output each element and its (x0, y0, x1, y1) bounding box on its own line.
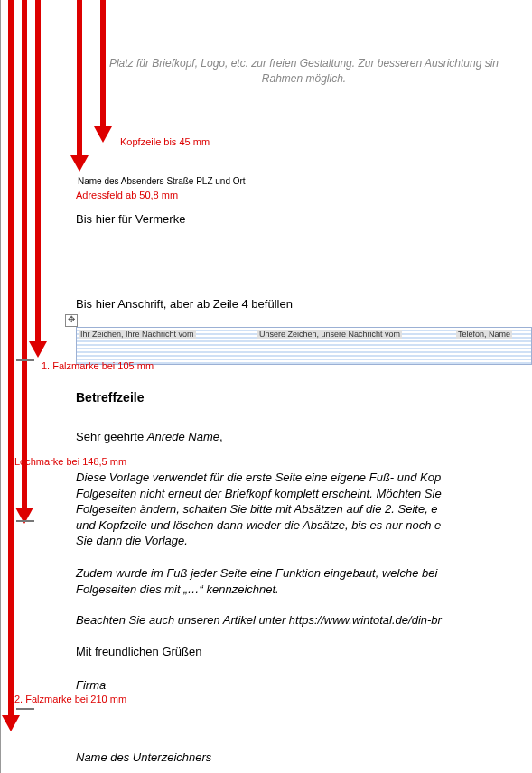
falzmarke-2-tick (16, 708, 34, 710)
header-placeholder: Platz für Briefkopf, Logo, etc. zur frei… (76, 56, 532, 87)
body-p2: Folgeseiten nicht erneut der Briefkopf k… (76, 486, 532, 502)
body-p6: Zudem wurde im Fuß jeder Seite eine Funk… (76, 565, 532, 582)
reference-table[interactable]: Ihr Zeichen, Ihre Nachricht vom Unsere Z… (76, 327, 532, 365)
ref-label-ours: Unsere Zeichen, unsere Nachricht vom (257, 330, 402, 339)
letter-template-page: Platz für Briefkopf, Logo, etc. zur frei… (0, 0, 532, 773)
body-block-3: Beachten Sie auch unseren Artikel unter … (76, 612, 532, 629)
falzmarke-1-tick (16, 359, 34, 361)
sender-line: Name des Absenders Straße PLZ und Ort (78, 176, 246, 186)
arrow-line (22, 0, 27, 508)
closing-line: Mit freundlichen Grüßen (76, 644, 532, 660)
header-line2: Rahmen möglich. (76, 71, 532, 87)
address-line: Bis hier Anschrift, aber ab Zeile 4 befü… (76, 296, 293, 312)
body-p1: Diese Vorlage verwendet für die erste Se… (76, 470, 532, 486)
firma-line: Firma (76, 677, 532, 694)
label-falz1: 1. Falzmarke bei 105 mm (42, 360, 154, 371)
body-p4: und Kopfzeile und löschen dann wieder di… (76, 517, 532, 534)
header-line1: Platz für Briefkopf, Logo, etc. zur frei… (76, 56, 532, 71)
body-p3: Folgeseiten ändern, schalten Sie bitte m… (76, 501, 532, 517)
label-falz2: 2. Falzmarke bei 210 mm (14, 694, 126, 704)
salutation-suffix: , (219, 430, 223, 443)
body-p5: Sie dann die Vorlage. (76, 533, 532, 549)
arrow-head-icon (94, 126, 112, 143)
label-kopfzeile: Kopfzeile bis 45 mm (120, 136, 210, 147)
table-move-handle[interactable]: ✥ (65, 314, 78, 327)
salutation: Sehr geehrte Anrede Name, (76, 429, 532, 445)
page-left-border (0, 0, 1, 773)
label-lochmarke: Lochmarke bei 148,5 mm (14, 456, 126, 467)
label-adressfeld: Adressfeld ab 50,8 mm (76, 190, 178, 200)
remarks-line: Bis hier für Vermerke (76, 211, 185, 228)
arrow-line (35, 0, 41, 341)
ref-label-phone: Telefon, Name (456, 330, 512, 339)
lochmarke-tick (16, 520, 34, 522)
salutation-prefix: Sehr geehrte (76, 430, 147, 443)
body-p8: Beachten Sie auch unseren Artikel unter … (76, 612, 532, 629)
arrow-head-icon (29, 341, 47, 358)
subject-line: Betreffzeile (76, 390, 532, 405)
body-p7: Folgeseiten dies mit „…“ kennzeichnet. (76, 582, 532, 598)
arrow-line (8, 0, 14, 715)
move-icon: ✥ (68, 314, 75, 324)
signer-line: Name des Unterzeichners (76, 750, 532, 766)
body-block-2: Zudem wurde im Fuß jeder Seite eine Funk… (76, 565, 532, 597)
ref-label-yours: Ihr Zeichen, Ihre Nachricht vom (79, 330, 196, 339)
body-block-1: Diese Vorlage verwendet für die erste Se… (76, 470, 532, 549)
salutation-name: Anrede Name (147, 430, 219, 443)
arrow-head-icon (2, 715, 20, 731)
arrow-head-icon (70, 155, 89, 172)
